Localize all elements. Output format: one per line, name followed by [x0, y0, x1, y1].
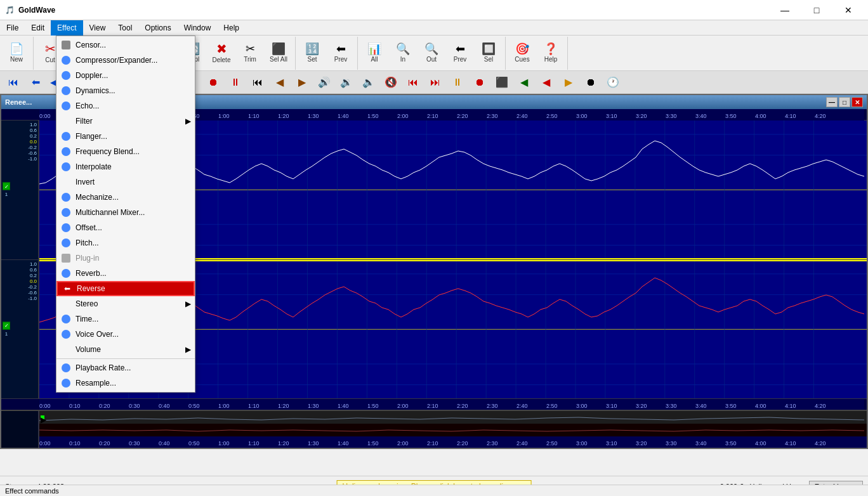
wave-minimize[interactable]: — [826, 97, 838, 107]
menu-interpolate[interactable]: Interpolate [56, 159, 195, 174]
menu-offset[interactable]: Offset... [56, 220, 195, 235]
transport-btn-22[interactable]: ⏺ [469, 73, 490, 92]
minimize-button[interactable]: — [770, 0, 799, 20]
overview-left [1, 411, 39, 448]
menu-playbackrate[interactable]: Playback Rate... [56, 360, 195, 375]
svg-text:4:00: 4:00 [755, 440, 766, 447]
wave-controls: — □ ✕ [826, 97, 863, 107]
transport-btn-28[interactable]: 🕐 [602, 73, 624, 92]
new-button[interactable]: 📄 New [3, 37, 30, 69]
transport-btn-16[interactable]: 🔉 [336, 73, 357, 92]
transport-btn-11[interactable]: ⏸ [225, 73, 246, 92]
menu-filter[interactable]: Filter ▶ [56, 114, 195, 129]
transport-btn-25[interactable]: ◀ [536, 73, 557, 92]
transport-btn-27[interactable]: ⏺ [580, 73, 602, 92]
transport-btn-12[interactable]: ⏮ [247, 73, 268, 92]
transport-btn-15[interactable]: 🔊 [313, 73, 335, 92]
menu-volume[interactable]: Volume ▶ [56, 342, 195, 357]
volume-submenu-arrow: ▶ [185, 345, 191, 354]
multichannel-icon [60, 207, 72, 218]
transport-btn-24[interactable]: ◀ [513, 73, 535, 92]
trim-icon: ✂ [246, 43, 255, 55]
voiceover-icon [60, 329, 72, 340]
svg-text:1:00: 1:00 [218, 403, 230, 409]
wave-close[interactable]: ✕ [852, 97, 863, 107]
toolbar-cues-group: 🎯 Cues ❓ Help [508, 37, 568, 70]
menu-view[interactable]: View [83, 20, 112, 36]
menu-reverb[interactable]: Reverb... [56, 266, 195, 281]
menu-effect[interactable]: Effect [51, 20, 82, 36]
svg-text:2:50: 2:50 [546, 440, 558, 447]
transport-btn-19[interactable]: ⏮ [402, 73, 424, 92]
svg-text:4:00: 4:00 [755, 403, 766, 409]
menu-stereo[interactable]: Stereo ▶ [56, 296, 195, 311]
menu-invert[interactable]: Invert [56, 174, 195, 190]
prev-button[interactable]: ⬅ Prev [327, 37, 355, 69]
menu-time[interactable]: Time... [56, 311, 195, 327]
menu-multichannel[interactable]: Multichannel Mixer... [56, 205, 195, 220]
help-button[interactable]: ❓ Help [537, 37, 565, 69]
transport-btn-17[interactable]: 🔈 [358, 73, 379, 92]
titlebar: 🎵 GoldWave — □ ✕ [0, 0, 868, 20]
toolbar-zoom-group: 📊 All 🔍 In 🔍 Out ⬅ Prev 🔲 Sel [360, 37, 506, 70]
svg-text:1:10: 1:10 [248, 113, 260, 119]
transport-btn-10[interactable]: ⏺ [202, 73, 224, 92]
zoom-prev-button[interactable]: ⬅ Prev [446, 37, 474, 69]
transport-btn-21[interactable]: ⏸ [447, 73, 468, 92]
trim-button[interactable]: ✂ Trim [236, 37, 264, 69]
ch1-enable[interactable]: ✓ [3, 183, 10, 190]
maximize-button[interactable]: □ [802, 0, 831, 20]
cues-button[interactable]: 🎯 Cues [508, 37, 536, 69]
zoom-out-label: Out [426, 56, 437, 63]
overview-waveform: ▶ 0:00 0:10 0:20 [39, 411, 867, 448]
svg-text:3:20: 3:20 [636, 403, 647, 409]
menu-echo[interactable]: Echo... [56, 98, 195, 114]
zoom-out-button[interactable]: 🔍 Out [418, 37, 445, 69]
svg-text:0:00: 0:00 [39, 113, 51, 119]
selall-button[interactable]: ⬛ Sel All [265, 37, 293, 69]
ch2-enable[interactable]: ✓ [3, 322, 10, 329]
close-button[interactable]: ✕ [834, 0, 863, 20]
menu-reverse[interactable]: ⬅ Reverse [56, 281, 195, 296]
menu-help[interactable]: Help [217, 20, 246, 36]
svg-text:2:10: 2:10 [427, 113, 438, 119]
wave-restore[interactable]: □ [839, 97, 850, 107]
menu-window[interactable]: Window [178, 20, 218, 36]
svg-text:2:00: 2:00 [397, 403, 409, 409]
menu-file[interactable]: File [0, 20, 25, 36]
menu-censor[interactable]: Censor... [56, 37, 195, 53]
all-button[interactable]: 📊 All [360, 37, 388, 69]
menu-plugin[interactable]: Plug-in [56, 251, 195, 266]
menu-edit[interactable]: Edit [25, 20, 51, 36]
menu-compressor[interactable]: Compressor/Expander... [56, 53, 195, 68]
echo-icon [60, 100, 72, 112]
svg-text:0:50: 0:50 [188, 403, 200, 409]
reverse-icon: ⬅ [62, 283, 73, 294]
transport-btn-2[interactable]: ⬅ [25, 73, 46, 92]
transport-btn-13[interactable]: ◀ [269, 73, 291, 92]
set-button[interactable]: 🔢 Set [298, 37, 326, 69]
menu-doppler[interactable]: Doppler... [56, 68, 195, 83]
menu-voiceover[interactable]: Voice Over... [56, 327, 195, 342]
sel-button[interactable]: 🔲 Sel [475, 37, 503, 69]
menu-flanger[interactable]: Flanger... [56, 129, 195, 144]
menu-dynamics[interactable]: Dynamics... [56, 83, 195, 98]
svg-text:2:40: 2:40 [516, 440, 528, 447]
transport-btn-26[interactable]: ▶ [558, 73, 579, 92]
svg-text:2:50: 2:50 [546, 113, 558, 119]
transport-btn-14[interactable]: ▶ [291, 73, 313, 92]
cut-icon: ✂ [45, 42, 56, 55]
menu-freqblend[interactable]: Frequency Blend... [56, 144, 195, 159]
menu-mechanize[interactable]: Mechanize... [56, 190, 195, 205]
transport-btn-18[interactable]: 🔇 [380, 73, 402, 92]
menu-options[interactable]: Options [138, 20, 177, 36]
menu-pitch[interactable]: Pitch... [56, 235, 195, 251]
menu-tool[interactable]: Tool [112, 20, 138, 36]
zoom-in-button[interactable]: 🔍 In [389, 37, 417, 69]
delete-button[interactable]: ✖ Delete [207, 37, 235, 69]
effect-menu: Censor... Compressor/Expander... Doppler… [56, 36, 195, 393]
transport-btn-23[interactable]: ⬛ [491, 73, 513, 92]
transport-btn-1[interactable]: ⏮ [3, 73, 24, 92]
menu-resample[interactable]: Resample... [56, 375, 195, 391]
transport-btn-20[interactable]: ⏭ [424, 73, 446, 92]
